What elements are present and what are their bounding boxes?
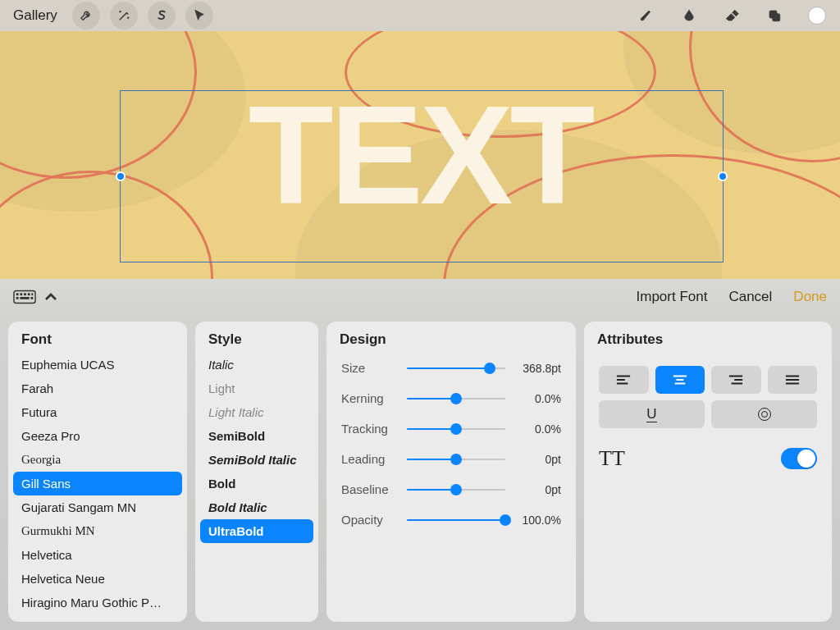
align-right-icon	[728, 374, 743, 386]
outline-icon	[758, 408, 771, 421]
outline-button[interactable]	[711, 400, 817, 428]
actions-button[interactable]	[72, 2, 100, 30]
style-option[interactable]: Light Italic	[195, 400, 318, 424]
font-option[interactable]: Gill Sans	[13, 472, 182, 495]
keyboard-toggle[interactable]	[13, 290, 62, 304]
svg-rect-4	[20, 293, 22, 295]
design-value: 0pt	[514, 453, 561, 466]
style-option[interactable]: SemiBold	[195, 424, 318, 448]
wrench-icon	[79, 8, 94, 23]
design-value: 0.0%	[514, 422, 561, 436]
design-slider[interactable]	[407, 483, 505, 496]
brush-icon	[639, 8, 654, 23]
design-slider[interactable]	[407, 514, 505, 527]
align-justify-icon	[785, 374, 800, 386]
svg-rect-1	[773, 14, 780, 21]
style-list[interactable]: ItalicLightLight ItalicSemiBoldSemiBold …	[195, 353, 318, 615]
align-center-button[interactable]	[655, 366, 705, 394]
underline-button[interactable]: U	[599, 400, 705, 428]
underline-icon: U	[646, 407, 656, 422]
design-value: 368.8pt	[514, 362, 561, 375]
font-option[interactable]: Geeza Pro	[8, 424, 187, 448]
style-option[interactable]: SemiBold Italic	[195, 448, 318, 472]
alignment-row	[599, 366, 817, 394]
color-button[interactable]	[802, 1, 832, 30]
smudge-button[interactable]	[674, 1, 704, 30]
keyboard-icon	[13, 290, 36, 304]
selection-handle-right[interactable]	[718, 171, 728, 181]
font-option[interactable]: Gurmukhi MN	[8, 519, 187, 543]
align-left-button[interactable]	[599, 366, 649, 394]
eraser-button[interactable]	[717, 1, 746, 30]
color-swatch-icon	[808, 7, 826, 25]
s-icon	[154, 8, 169, 23]
design-slider[interactable]	[407, 422, 505, 436]
cursor-icon	[192, 8, 207, 23]
style-option[interactable]: UltraBold	[200, 519, 313, 543]
caps-toggle[interactable]	[781, 448, 817, 469]
layers-button[interactable]	[760, 1, 789, 30]
design-slider[interactable]	[407, 362, 505, 375]
align-right-button[interactable]	[711, 366, 761, 394]
design-panel: Design Size368.8ptKerning0.0%Tracking0.0…	[326, 322, 576, 622]
cancel-button[interactable]: Cancel	[728, 289, 772, 305]
adjustments-button[interactable]	[110, 2, 138, 30]
design-row: Tracking0.0%	[326, 413, 576, 444]
style-panel: Style ItalicLightLight ItalicSemiBoldSem…	[195, 322, 318, 622]
import-font-button[interactable]: Import Font	[637, 289, 708, 305]
design-label: Leading	[341, 452, 399, 466]
smudge-icon	[682, 8, 696, 23]
svg-rect-7	[31, 293, 33, 295]
design-slider[interactable]	[407, 392, 505, 405]
style-option[interactable]: Light	[195, 377, 318, 400]
done-button[interactable]: Done	[793, 289, 827, 305]
style-option[interactable]: Bold Italic	[195, 495, 318, 519]
align-center-icon	[673, 374, 687, 386]
design-row: Kerning0.0%	[326, 383, 576, 413]
font-option[interactable]: Euphemia UCAS	[8, 353, 187, 377]
design-label: Size	[341, 361, 399, 375]
font-option[interactable]: Helvetica Neue	[8, 567, 187, 591]
selection-handle-left[interactable]	[116, 171, 126, 181]
svg-rect-5	[24, 293, 26, 295]
top-toolbar: Gallery	[0, 0, 840, 31]
svg-rect-8	[16, 297, 19, 299]
font-option[interactable]: Georgia	[8, 448, 187, 472]
design-label: Baseline	[341, 482, 399, 496]
font-option[interactable]: Hiragino Maru Gothic P…	[8, 591, 187, 614]
design-value: 0.0%	[514, 392, 561, 405]
svg-rect-3	[16, 293, 19, 295]
design-row: Leading0pt	[326, 444, 576, 474]
design-slider[interactable]	[407, 453, 505, 466]
style-heading: Style	[195, 331, 318, 353]
layers-icon	[767, 8, 782, 23]
design-value: 100.0%	[514, 514, 561, 527]
selection-button[interactable]	[148, 2, 176, 30]
canvas-text[interactable]: TEXT	[249, 75, 591, 235]
panels: Font Euphemia UCASFarahFuturaGeeza ProGe…	[0, 315, 840, 630]
decoration-row: U	[599, 400, 817, 428]
svg-rect-9	[20, 297, 29, 299]
font-option[interactable]: Helvetica	[8, 543, 187, 567]
font-panel: Font Euphemia UCASFarahFuturaGeeza ProGe…	[8, 322, 187, 622]
attributes-panel: Attributes U TT	[584, 322, 832, 622]
style-option[interactable]: Bold	[195, 472, 318, 495]
style-option[interactable]: Italic	[195, 353, 318, 377]
canvas[interactable]: TEXT	[0, 31, 840, 279]
font-option[interactable]: Gujarati Sangam MN	[8, 495, 187, 519]
font-option[interactable]: Farah	[8, 377, 187, 400]
panel-bar: Import Font Cancel Done	[0, 279, 840, 315]
svg-rect-6	[28, 293, 30, 295]
design-heading: Design	[326, 331, 576, 353]
align-justify-button[interactable]	[768, 366, 818, 394]
design-row: Baseline0pt	[326, 474, 576, 504]
brush-button[interactable]	[632, 1, 661, 30]
transform-button[interactable]	[185, 2, 213, 30]
gallery-button[interactable]: Gallery	[8, 7, 62, 24]
align-left-icon	[616, 374, 631, 386]
font-option[interactable]: Futura	[8, 400, 187, 424]
font-list[interactable]: Euphemia UCASFarahFuturaGeeza ProGeorgia…	[8, 353, 187, 615]
design-row: Size368.8pt	[326, 353, 576, 383]
svg-rect-10	[30, 297, 33, 299]
caps-label: TT	[599, 446, 625, 471]
